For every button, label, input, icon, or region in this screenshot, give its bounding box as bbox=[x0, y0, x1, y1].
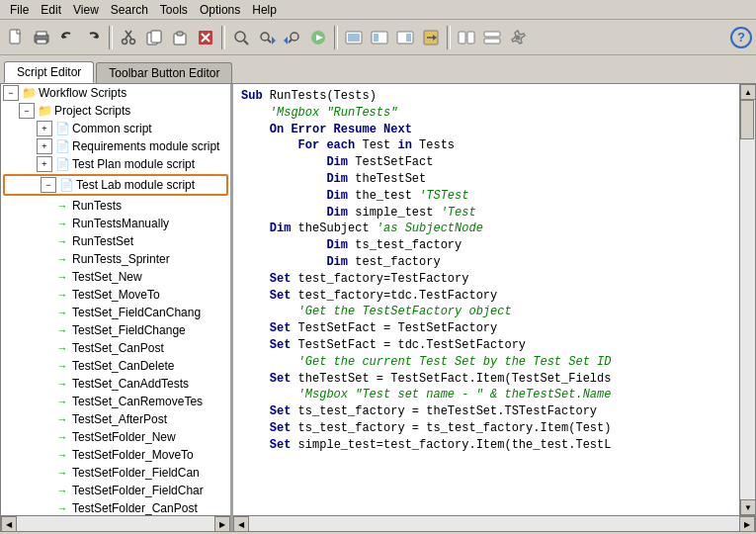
menu-search[interactable]: Search bbox=[105, 2, 154, 18]
tree-requirements[interactable]: + 📄 Requirements module script bbox=[1, 137, 230, 155]
menu-file[interactable]: File bbox=[4, 2, 35, 18]
tree-hscroll-left[interactable]: ◀ bbox=[1, 516, 17, 531]
tree-func-runtests[interactable]: → RunTests bbox=[1, 197, 230, 215]
toolbar-btn-f[interactable] bbox=[480, 26, 504, 49]
tree-test-plan[interactable]: + 📄 Test Plan module script bbox=[1, 155, 230, 173]
tree-common-script[interactable]: + 📄 Common script bbox=[1, 120, 230, 137]
tree-project-scripts[interactable]: − 📁 Project Scripts bbox=[1, 102, 230, 120]
new-button[interactable] bbox=[4, 26, 28, 49]
code-line-10: Dim ts_test_factory bbox=[237, 237, 735, 254]
tree-func-testsetfolder-canpost[interactable]: → TestSetFolder_CanPost bbox=[1, 499, 230, 515]
test-plan-expander[interactable]: + bbox=[37, 156, 52, 172]
func-testset-canpost-label: TestSet_CanPost bbox=[72, 341, 164, 355]
func-runtests-label: RunTests bbox=[72, 199, 122, 213]
code-line-25: Set simple_test=test_factory.Item(the_te… bbox=[237, 437, 735, 454]
toolbar-separator-4 bbox=[447, 26, 451, 49]
code-vscroll-down[interactable]: ▼ bbox=[740, 499, 755, 515]
menu-options[interactable]: Options bbox=[194, 2, 246, 18]
copy-button[interactable] bbox=[142, 26, 166, 49]
run-button[interactable] bbox=[306, 26, 330, 49]
menu-view[interactable]: View bbox=[67, 2, 105, 18]
tree-hscroll-right[interactable]: ▶ bbox=[214, 516, 230, 531]
func-testsetfolder-new-label: TestSetFolder_New bbox=[72, 430, 176, 444]
func-testset-canaddtests-icon: → bbox=[54, 376, 70, 392]
tree-func-testsetfolder-fieldcan[interactable]: → TestSetFolder_FieldCan bbox=[1, 464, 230, 482]
tab-script-editor[interactable]: Script Editor bbox=[4, 61, 94, 83]
tree-func-testsetfolder-new[interactable]: → TestSetFolder_New bbox=[1, 428, 230, 446]
tree-func-testset-afterpost[interactable]: → TestSet_AfterPost bbox=[1, 410, 230, 428]
tree-func-testset-new[interactable]: → TestSet_New bbox=[1, 268, 230, 286]
func-testsetfolder-canpost-icon: → bbox=[54, 500, 70, 515]
project-scripts-expander[interactable]: − bbox=[19, 103, 35, 119]
requirements-expander[interactable]: + bbox=[37, 138, 52, 154]
toolbar-btn-a[interactable] bbox=[342, 26, 366, 49]
svg-marker-21 bbox=[272, 37, 276, 44]
tree-func-testset-moveto[interactable]: → TestSet_MoveTo bbox=[1, 286, 230, 304]
tree-func-testset-canaddtests[interactable]: → TestSet_CanAddTests bbox=[1, 375, 230, 393]
func-runtestsmanually-label: RunTestsManually bbox=[72, 217, 169, 230]
cut-button[interactable] bbox=[117, 26, 140, 49]
tree-func-runtestsmanually[interactable]: → RunTestsManually bbox=[1, 215, 230, 232]
print-button[interactable] bbox=[30, 26, 53, 49]
menu-tools[interactable]: Tools bbox=[154, 2, 194, 18]
menu-edit[interactable]: Edit bbox=[35, 2, 67, 18]
func-testset-candelete-label: TestSet_CanDelete bbox=[72, 359, 174, 373]
redo-button[interactable] bbox=[81, 26, 105, 49]
func-testset-canaddtests-label: TestSet_CanAddTests bbox=[72, 377, 189, 391]
tree-hscroll-track[interactable] bbox=[17, 516, 214, 531]
settings-button[interactable] bbox=[506, 26, 530, 49]
svg-rect-3 bbox=[37, 40, 46, 44]
tree-func-testset-candelete[interactable]: → TestSet_CanDelete bbox=[1, 357, 230, 375]
code-line-16: 'Get the TestSetFactory object bbox=[237, 304, 735, 320]
menu-help[interactable]: Help bbox=[246, 2, 283, 18]
tree-func-testsetfolder-fieldchar[interactable]: → TestSetFolder_FieldChar bbox=[1, 482, 230, 499]
code-line-6: Dim theTestSet bbox=[237, 171, 735, 188]
main-content: − 📁 Workflow Scripts − 📁 Project Scripts… bbox=[0, 83, 756, 532]
find-button[interactable] bbox=[229, 26, 253, 49]
tree-func-testset-fieldcanchange[interactable]: → TestSet_FieldCanChang bbox=[1, 304, 230, 321]
toolbar-btn-c[interactable] bbox=[393, 26, 417, 49]
func-testsetfolder-fieldcan-icon: → bbox=[54, 465, 70, 481]
test-lab-expander[interactable]: − bbox=[41, 177, 56, 193]
find-next-button[interactable] bbox=[255, 26, 279, 49]
code-hscroll-right[interactable]: ▶ bbox=[739, 516, 755, 531]
code-hscroll-track[interactable] bbox=[249, 516, 739, 531]
tree-func-testset-canpost[interactable]: → TestSet_CanPost bbox=[1, 339, 230, 357]
tree-func-testset-canremovetests[interactable]: → TestSet_CanRemoveTes bbox=[1, 393, 230, 410]
code-panel: Sub RunTests(Tests) 'Msgbox "RunTests" O… bbox=[233, 84, 755, 531]
toolbar-btn-b[interactable] bbox=[368, 26, 391, 49]
func-testsetfolder-fieldchar-label: TestSetFolder_FieldChar bbox=[72, 484, 204, 497]
code-vscroll-thumb bbox=[740, 100, 754, 139]
toolbar: ? bbox=[0, 20, 756, 55]
tree-func-runtests-sprinter[interactable]: → RunTests_Sprinter bbox=[1, 250, 230, 268]
code-line-14: Set test_factory=tdc.TestFactory bbox=[237, 288, 735, 305]
svg-line-18 bbox=[244, 41, 248, 44]
tree-func-testsetfolder-moveto[interactable]: → TestSetFolder_MoveTo bbox=[1, 446, 230, 464]
root-expander[interactable]: − bbox=[3, 85, 19, 101]
tree-scroll[interactable]: − 📁 Workflow Scripts − 📁 Project Scripts… bbox=[1, 84, 230, 515]
code-scroll[interactable]: Sub RunTests(Tests) 'Msgbox "RunTests" O… bbox=[233, 84, 739, 515]
common-script-expander[interactable]: + bbox=[37, 121, 52, 136]
delete-button[interactable] bbox=[194, 26, 217, 49]
undo-button[interactable] bbox=[55, 26, 79, 49]
help-button[interactable]: ? bbox=[730, 27, 752, 48]
tree-root[interactable]: − 📁 Workflow Scripts bbox=[1, 84, 230, 102]
tree-hscroll: ◀ ▶ bbox=[1, 515, 230, 531]
svg-rect-2 bbox=[37, 32, 46, 36]
code-vscroll-up[interactable]: ▲ bbox=[740, 84, 755, 100]
toolbar-btn-e[interactable] bbox=[455, 26, 478, 49]
paste-button[interactable] bbox=[168, 26, 192, 49]
tree-test-lab[interactable]: − 📄 Test Lab module script bbox=[3, 174, 228, 196]
find-prev-button[interactable] bbox=[281, 26, 304, 49]
toolbar-btn-d[interactable] bbox=[419, 26, 443, 49]
code-vscroll-track[interactable] bbox=[740, 100, 755, 499]
svg-rect-37 bbox=[467, 32, 474, 44]
tab-toolbar-editor[interactable]: Toolbar Button Editor bbox=[96, 62, 232, 83]
tree-func-testset-fieldchange[interactable]: → TestSet_FieldChange bbox=[1, 321, 230, 339]
code-line-24: Set ts_test_factory = ts_test_factory.It… bbox=[237, 420, 735, 437]
tree-func-runtestset[interactable]: → RunTestSet bbox=[1, 232, 230, 250]
code-line-13: Set test_factory=TestFactory bbox=[237, 271, 735, 288]
menu-bar: File Edit View Search Tools Options Help bbox=[0, 0, 756, 20]
code-hscroll-left[interactable]: ◀ bbox=[233, 516, 249, 531]
tree-panel: − 📁 Workflow Scripts − 📁 Project Scripts… bbox=[1, 84, 233, 531]
